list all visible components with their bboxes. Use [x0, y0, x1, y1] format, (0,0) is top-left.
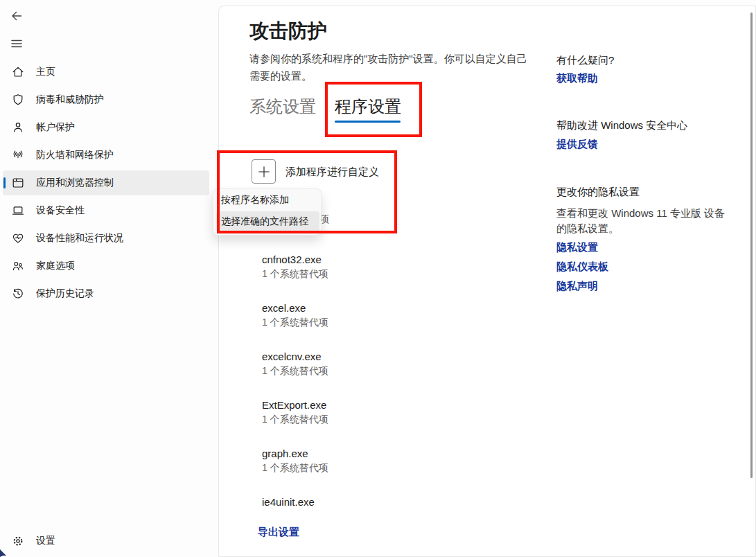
privacy-heading: 更改你的隐私设置 — [556, 186, 640, 199]
program-row-note: 1 个系统替代项 — [262, 462, 328, 475]
sidebar-item-protection-history[interactable]: 保护历史记录 — [3, 281, 209, 306]
selected-accent-bar — [3, 177, 6, 188]
add-program-label[interactable]: 添加程序进行自定义 — [285, 166, 379, 179]
program-row-name[interactable]: ExtExport.exe — [262, 399, 326, 411]
sidebar-item-label: 应用和浏览器控制 — [36, 177, 114, 189]
get-help-link[interactable]: 获取帮助 — [556, 72, 598, 85]
history-clock-icon — [11, 287, 25, 301]
export-settings-link[interactable]: 导出设置 — [258, 526, 299, 539]
network-antenna-icon — [11, 148, 25, 162]
program-row-name[interactable]: cnfnot32.exe — [262, 254, 322, 265]
privacy-statement-link[interactable]: 隐私声明 — [556, 280, 598, 293]
app-window-icon — [11, 176, 25, 190]
add-program-button[interactable] — [252, 159, 276, 184]
privacy-dashboard-link[interactable]: 隐私仪表板 — [556, 260, 608, 274]
sidebar-item-label: 设备性能和运行状况 — [36, 232, 123, 245]
menu-toggle-button[interactable] — [6, 33, 28, 54]
sidebar: 主页 病毒和威胁防护 帐户保护 防火墙和网络保护 — [0, 0, 218, 557]
menu-item-add-by-name[interactable]: 按程序名称添加 — [221, 194, 289, 206]
sidebar-item-app-browser-control[interactable]: 应用和浏览器控制 — [3, 170, 209, 195]
shield-icon — [11, 93, 25, 107]
sidebar-item-home[interactable]: 主页 — [3, 60, 209, 85]
plus-icon — [258, 166, 270, 178]
program-row-note: 1 个系统替代项 — [262, 268, 328, 281]
sidebar-item-label: 家庭选项 — [36, 260, 75, 272]
sidebar-item-device-performance[interactable]: 设备性能和运行状况 — [3, 226, 209, 251]
program-row-note: 1 个系统替代项 — [262, 365, 328, 378]
sidebar-item-family-options[interactable]: 家庭选项 — [3, 254, 209, 278]
family-people-icon — [11, 259, 25, 273]
give-feedback-link[interactable]: 提供反馈 — [556, 138, 598, 151]
sidebar-item-label: 保护历史记录 — [36, 288, 94, 300]
sidebar-item-label: 主页 — [36, 66, 55, 78]
sidebar-item-label: 防火墙和网络保护 — [36, 149, 114, 161]
program-row-name[interactable]: excel.exe — [262, 302, 306, 314]
privacy-body-text: 查看和更改 Windows 11 专业版 设备的隐私设置。 — [556, 206, 731, 236]
sidebar-item-settings[interactable]: 设置 — [3, 529, 209, 554]
privacy-settings-link[interactable]: 隐私设置 — [556, 241, 598, 254]
program-row-name[interactable]: graph.exe — [262, 448, 308, 459]
hamburger-icon — [10, 37, 24, 51]
sidebar-item-label: 帐户保护 — [36, 121, 75, 134]
program-row-note: 1 个系统替代项 — [262, 317, 328, 329]
sidebar-item-virus-threat-protection[interactable]: 病毒和威胁防护 — [3, 87, 209, 112]
sidebar-item-device-security[interactable]: 设备安全性 — [3, 198, 209, 223]
sidebar-item-label: 病毒和威胁防护 — [36, 94, 104, 106]
vertical-scrollbar-thumb[interactable] — [750, 12, 753, 478]
home-icon — [11, 65, 25, 79]
tab-system-settings[interactable]: 系统设置 — [249, 96, 316, 118]
help-heading-questions: 有什么疑问? — [556, 54, 614, 67]
sidebar-item-account-protection[interactable]: 帐户保护 — [3, 115, 209, 140]
gear-icon — [11, 534, 25, 548]
laptop-icon — [11, 204, 25, 218]
back-arrow-icon — [10, 9, 24, 23]
sidebar-item-firewall-network[interactable]: 防火墙和网络保护 — [3, 143, 209, 168]
help-heading-improve: 帮助改进 Windows 安全中心 — [556, 119, 687, 132]
program-row-name[interactable]: excelcnv.exe — [262, 351, 322, 362]
menu-item-choose-file-path[interactable]: 选择准确的文件路径 — [216, 211, 319, 232]
page-description: 请参阅你的系统和程序的"攻击防护"设置。你可以自定义自己需要的设置。 — [249, 50, 535, 85]
back-button[interactable] — [6, 6, 28, 26]
sidebar-item-label: 设置 — [36, 535, 55, 547]
person-icon — [11, 121, 25, 134]
program-row-note: 1 个系统替代项 — [262, 414, 328, 426]
active-tab-underline — [335, 121, 401, 123]
program-row-name[interactable]: ie4uinit.exe — [262, 496, 315, 508]
page-title: 攻击防护 — [249, 18, 327, 44]
tab-program-settings[interactable]: 程序设置 — [335, 96, 401, 118]
add-program-dropdown-menu: 按程序名称添加 选择准确的文件路径 — [213, 188, 322, 236]
menu-item-label: 选择准确的文件路径 — [221, 215, 308, 228]
heart-pulse-icon — [11, 231, 25, 245]
sidebar-item-label: 设备安全性 — [36, 204, 85, 217]
